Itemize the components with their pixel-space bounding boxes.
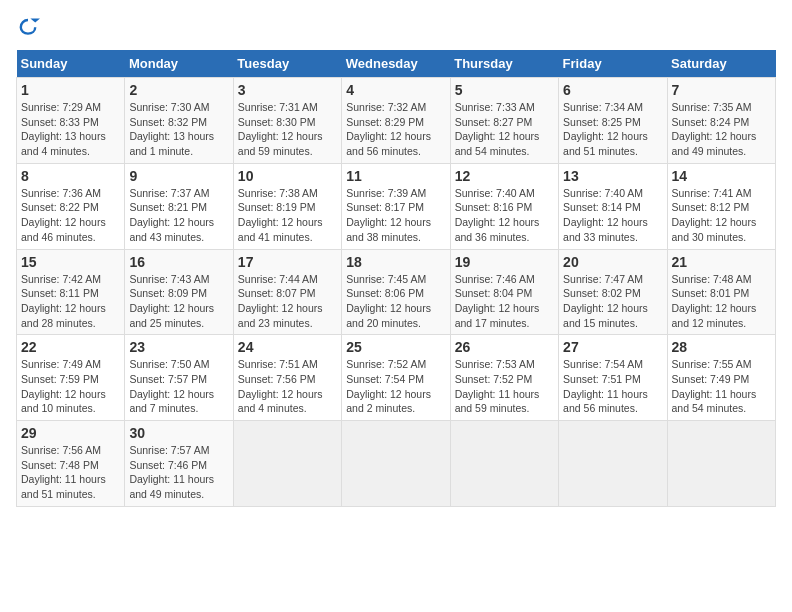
calendar-cell: 18 Sunrise: 7:45 AMSunset: 8:06 PMDaylig… xyxy=(342,249,450,335)
day-number: 2 xyxy=(129,82,228,98)
day-info: Sunrise: 7:30 AMSunset: 8:32 PMDaylight:… xyxy=(129,100,228,159)
day-info: Sunrise: 7:39 AMSunset: 8:17 PMDaylight:… xyxy=(346,186,445,245)
day-info: Sunrise: 7:45 AMSunset: 8:06 PMDaylight:… xyxy=(346,272,445,331)
day-number: 29 xyxy=(21,425,120,441)
day-number: 3 xyxy=(238,82,337,98)
calendar-cell: 8 Sunrise: 7:36 AMSunset: 8:22 PMDayligh… xyxy=(17,163,125,249)
day-info: Sunrise: 7:55 AMSunset: 7:49 PMDaylight:… xyxy=(672,357,771,416)
calendar-cell: 28 Sunrise: 7:55 AMSunset: 7:49 PMDaylig… xyxy=(667,335,775,421)
calendar-cell xyxy=(342,421,450,507)
day-number: 25 xyxy=(346,339,445,355)
day-number: 13 xyxy=(563,168,662,184)
day-info: Sunrise: 7:47 AMSunset: 8:02 PMDaylight:… xyxy=(563,272,662,331)
day-info: Sunrise: 7:48 AMSunset: 8:01 PMDaylight:… xyxy=(672,272,771,331)
calendar-cell xyxy=(233,421,341,507)
day-number: 8 xyxy=(21,168,120,184)
calendar-cell: 23 Sunrise: 7:50 AMSunset: 7:57 PMDaylig… xyxy=(125,335,233,421)
calendar-cell xyxy=(559,421,667,507)
weekday-header-monday: Monday xyxy=(125,50,233,78)
day-number: 19 xyxy=(455,254,554,270)
calendar-cell: 2 Sunrise: 7:30 AMSunset: 8:32 PMDayligh… xyxy=(125,78,233,164)
calendar-week-3: 15 Sunrise: 7:42 AMSunset: 8:11 PMDaylig… xyxy=(17,249,776,335)
day-info: Sunrise: 7:29 AMSunset: 8:33 PMDaylight:… xyxy=(21,100,120,159)
day-number: 23 xyxy=(129,339,228,355)
calendar-cell: 6 Sunrise: 7:34 AMSunset: 8:25 PMDayligh… xyxy=(559,78,667,164)
day-number: 16 xyxy=(129,254,228,270)
day-number: 18 xyxy=(346,254,445,270)
weekday-header-wednesday: Wednesday xyxy=(342,50,450,78)
day-info: Sunrise: 7:31 AMSunset: 8:30 PMDaylight:… xyxy=(238,100,337,159)
day-number: 28 xyxy=(672,339,771,355)
day-number: 14 xyxy=(672,168,771,184)
day-number: 20 xyxy=(563,254,662,270)
day-info: Sunrise: 7:44 AMSunset: 8:07 PMDaylight:… xyxy=(238,272,337,331)
day-info: Sunrise: 7:36 AMSunset: 8:22 PMDaylight:… xyxy=(21,186,120,245)
day-info: Sunrise: 7:41 AMSunset: 8:12 PMDaylight:… xyxy=(672,186,771,245)
calendar-cell: 15 Sunrise: 7:42 AMSunset: 8:11 PMDaylig… xyxy=(17,249,125,335)
calendar-cell: 13 Sunrise: 7:40 AMSunset: 8:14 PMDaylig… xyxy=(559,163,667,249)
calendar-cell: 30 Sunrise: 7:57 AMSunset: 7:46 PMDaylig… xyxy=(125,421,233,507)
day-number: 4 xyxy=(346,82,445,98)
calendar-cell: 1 Sunrise: 7:29 AMSunset: 8:33 PMDayligh… xyxy=(17,78,125,164)
day-number: 17 xyxy=(238,254,337,270)
calendar-cell: 26 Sunrise: 7:53 AMSunset: 7:52 PMDaylig… xyxy=(450,335,558,421)
calendar-cell: 27 Sunrise: 7:54 AMSunset: 7:51 PMDaylig… xyxy=(559,335,667,421)
day-info: Sunrise: 7:50 AMSunset: 7:57 PMDaylight:… xyxy=(129,357,228,416)
day-info: Sunrise: 7:57 AMSunset: 7:46 PMDaylight:… xyxy=(129,443,228,502)
calendar-cell: 12 Sunrise: 7:40 AMSunset: 8:16 PMDaylig… xyxy=(450,163,558,249)
day-number: 10 xyxy=(238,168,337,184)
day-number: 5 xyxy=(455,82,554,98)
calendar-cell: 14 Sunrise: 7:41 AMSunset: 8:12 PMDaylig… xyxy=(667,163,775,249)
calendar-cell: 7 Sunrise: 7:35 AMSunset: 8:24 PMDayligh… xyxy=(667,78,775,164)
calendar-cell: 22 Sunrise: 7:49 AMSunset: 7:59 PMDaylig… xyxy=(17,335,125,421)
calendar-cell xyxy=(450,421,558,507)
page-header xyxy=(16,16,776,40)
day-info: Sunrise: 7:35 AMSunset: 8:24 PMDaylight:… xyxy=(672,100,771,159)
calendar-cell: 17 Sunrise: 7:44 AMSunset: 8:07 PMDaylig… xyxy=(233,249,341,335)
day-info: Sunrise: 7:46 AMSunset: 8:04 PMDaylight:… xyxy=(455,272,554,331)
day-number: 21 xyxy=(672,254,771,270)
day-number: 12 xyxy=(455,168,554,184)
calendar-week-1: 1 Sunrise: 7:29 AMSunset: 8:33 PMDayligh… xyxy=(17,78,776,164)
weekday-header-saturday: Saturday xyxy=(667,50,775,78)
day-number: 26 xyxy=(455,339,554,355)
day-number: 27 xyxy=(563,339,662,355)
day-info: Sunrise: 7:42 AMSunset: 8:11 PMDaylight:… xyxy=(21,272,120,331)
day-info: Sunrise: 7:34 AMSunset: 8:25 PMDaylight:… xyxy=(563,100,662,159)
day-number: 24 xyxy=(238,339,337,355)
calendar-week-2: 8 Sunrise: 7:36 AMSunset: 8:22 PMDayligh… xyxy=(17,163,776,249)
calendar-cell: 9 Sunrise: 7:37 AMSunset: 8:21 PMDayligh… xyxy=(125,163,233,249)
day-info: Sunrise: 7:40 AMSunset: 8:16 PMDaylight:… xyxy=(455,186,554,245)
weekday-header-tuesday: Tuesday xyxy=(233,50,341,78)
day-info: Sunrise: 7:38 AMSunset: 8:19 PMDaylight:… xyxy=(238,186,337,245)
day-info: Sunrise: 7:54 AMSunset: 7:51 PMDaylight:… xyxy=(563,357,662,416)
day-info: Sunrise: 7:33 AMSunset: 8:27 PMDaylight:… xyxy=(455,100,554,159)
day-info: Sunrise: 7:40 AMSunset: 8:14 PMDaylight:… xyxy=(563,186,662,245)
day-info: Sunrise: 7:49 AMSunset: 7:59 PMDaylight:… xyxy=(21,357,120,416)
day-number: 6 xyxy=(563,82,662,98)
day-number: 30 xyxy=(129,425,228,441)
calendar-cell: 21 Sunrise: 7:48 AMSunset: 8:01 PMDaylig… xyxy=(667,249,775,335)
calendar-cell: 11 Sunrise: 7:39 AMSunset: 8:17 PMDaylig… xyxy=(342,163,450,249)
calendar-cell: 5 Sunrise: 7:33 AMSunset: 8:27 PMDayligh… xyxy=(450,78,558,164)
day-info: Sunrise: 7:51 AMSunset: 7:56 PMDaylight:… xyxy=(238,357,337,416)
calendar-cell: 3 Sunrise: 7:31 AMSunset: 8:30 PMDayligh… xyxy=(233,78,341,164)
weekday-header-sunday: Sunday xyxy=(17,50,125,78)
logo xyxy=(16,16,44,40)
weekday-header-thursday: Thursday xyxy=(450,50,558,78)
calendar-cell xyxy=(667,421,775,507)
calendar-cell: 19 Sunrise: 7:46 AMSunset: 8:04 PMDaylig… xyxy=(450,249,558,335)
weekday-header-row: SundayMondayTuesdayWednesdayThursdayFrid… xyxy=(17,50,776,78)
calendar-week-5: 29 Sunrise: 7:56 AMSunset: 7:48 PMDaylig… xyxy=(17,421,776,507)
calendar-cell: 20 Sunrise: 7:47 AMSunset: 8:02 PMDaylig… xyxy=(559,249,667,335)
logo-icon xyxy=(16,16,40,40)
day-info: Sunrise: 7:53 AMSunset: 7:52 PMDaylight:… xyxy=(455,357,554,416)
calendar-cell: 16 Sunrise: 7:43 AMSunset: 8:09 PMDaylig… xyxy=(125,249,233,335)
day-number: 11 xyxy=(346,168,445,184)
calendar-table: SundayMondayTuesdayWednesdayThursdayFrid… xyxy=(16,50,776,507)
calendar-cell: 10 Sunrise: 7:38 AMSunset: 8:19 PMDaylig… xyxy=(233,163,341,249)
day-number: 15 xyxy=(21,254,120,270)
day-info: Sunrise: 7:52 AMSunset: 7:54 PMDaylight:… xyxy=(346,357,445,416)
day-number: 22 xyxy=(21,339,120,355)
day-info: Sunrise: 7:32 AMSunset: 8:29 PMDaylight:… xyxy=(346,100,445,159)
